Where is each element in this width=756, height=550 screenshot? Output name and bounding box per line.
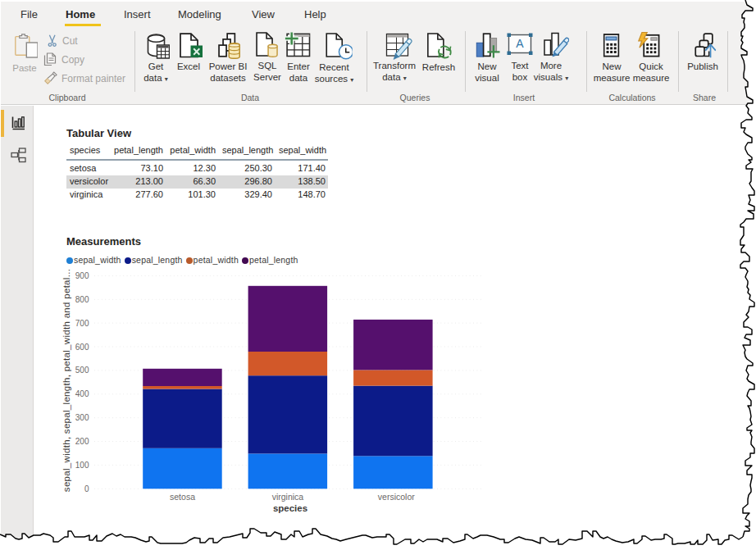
svg-text:300: 300 [75, 413, 89, 422]
svg-text:600: 600 [75, 343, 89, 352]
svg-text:100: 100 [75, 461, 89, 470]
svg-text:700: 700 [75, 319, 89, 328]
svg-text:versicolor: versicolor [378, 492, 415, 502]
svg-text:0: 0 [84, 484, 89, 493]
svg-text:sepal_width, sepal_length, pet: sepal_width, sepal_length, petal_width a… [61, 269, 71, 492]
svg-text:500: 500 [75, 366, 89, 375]
svg-text:200: 200 [75, 437, 89, 446]
svg-text:setosa: setosa [170, 492, 195, 502]
svg-text:virginica: virginica [272, 492, 304, 502]
svg-text:400: 400 [75, 389, 89, 398]
svg-text:900: 900 [75, 271, 89, 280]
svg-text:species: species [273, 503, 307, 513]
svg-text:800: 800 [75, 295, 89, 304]
